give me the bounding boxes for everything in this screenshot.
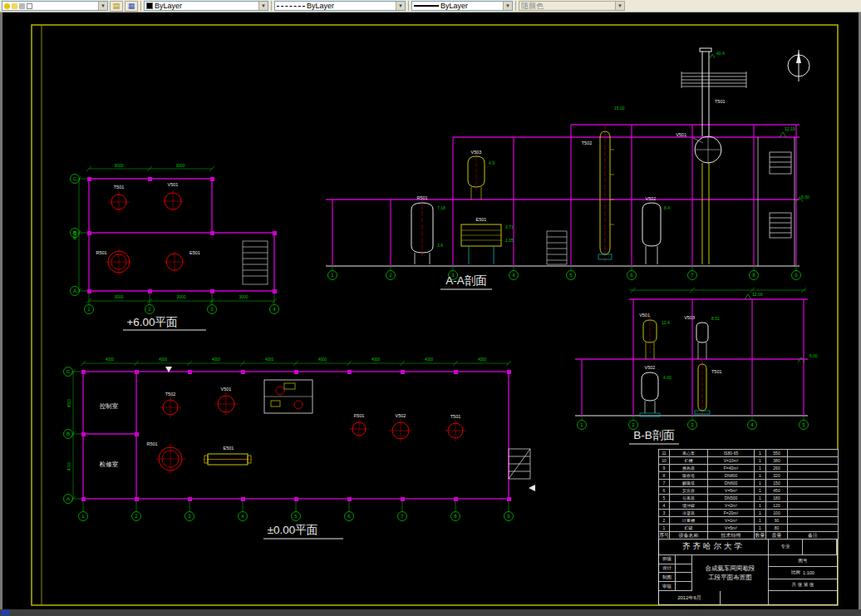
linetype-combo[interactable]: ByLayer ▼ xyxy=(274,1,406,11)
equip-qty: 1 xyxy=(755,457,766,465)
vessel-v502 xyxy=(642,203,661,264)
date-cell: 2012年6月 xyxy=(659,591,721,604)
color-combo[interactable]: ByLayer ▼ xyxy=(144,1,268,11)
equip-weight: 320 xyxy=(766,472,788,480)
field-row: 审核 xyxy=(659,582,691,591)
equipment-row: 8 吸收塔 DN800 1 320 xyxy=(659,472,839,480)
model-space-canvas[interactable]: 3000 3000 3000 3000 3000 4500 xyxy=(0,12,861,609)
equip-no: 1 xyxy=(659,525,670,532)
toolbar-separator xyxy=(515,1,516,11)
equip-spec: F=20m² xyxy=(708,510,755,517)
make-layer-current-button[interactable]: ▦ xyxy=(125,1,138,12)
equip-qty: 1 xyxy=(755,450,766,457)
elevation-label: 15.00 xyxy=(614,106,625,111)
sheet-no-cell: 图号 xyxy=(769,555,837,567)
equipment-tag: R501 xyxy=(96,250,106,255)
dimension-label: 4000 xyxy=(265,357,274,362)
chevron-down-icon: ▼ xyxy=(396,2,405,10)
elevation-label: 12.00 xyxy=(752,292,763,297)
equip-weight: 90 xyxy=(766,517,788,525)
field-label: 制图 xyxy=(659,573,676,581)
header-no: 序号 xyxy=(659,532,670,540)
grid-bubble-label: 2 xyxy=(135,514,138,519)
grid-bubble-label: 1 xyxy=(87,307,91,312)
grid-bubble-label: 9 xyxy=(507,514,510,519)
layer-color-icon xyxy=(27,3,32,9)
dimension-label: 3000 xyxy=(175,163,184,168)
equipment-tag: T502 xyxy=(582,140,593,145)
field-label: 班级 xyxy=(659,555,676,564)
equip-note xyxy=(788,510,839,517)
equip-spec: IS80-65 xyxy=(708,450,755,457)
section-a-view: 40.4 15.00 12.19 6.00 8.4 3.71 1.05 7.18… xyxy=(326,48,809,289)
stair-symbol xyxy=(243,241,268,284)
equip-no: 7 xyxy=(659,480,670,487)
grid-bubble-label: 6 xyxy=(347,514,351,519)
equipment-tag: V501 xyxy=(676,132,686,137)
equip-qty: 1 xyxy=(755,510,766,517)
equip-weight: 550 xyxy=(766,450,788,457)
equipment-tag: T501 xyxy=(114,185,125,190)
equip-name: 吸收塔 xyxy=(670,472,708,480)
equip-name: 解吸塔 xyxy=(670,480,708,487)
field-value xyxy=(676,573,691,581)
signature-fields: 班级 设计 制图 审核 xyxy=(659,555,692,591)
dimension-label: 3000 xyxy=(114,163,123,168)
field-row: 班级 xyxy=(659,555,691,564)
equip-spec: V=10m³ xyxy=(708,457,755,465)
layer-on-icon xyxy=(4,3,10,9)
plot-style-combo-value: 随颜色 xyxy=(521,2,613,10)
elevation-label: 8.51 xyxy=(711,316,720,321)
equip-qty: 1 xyxy=(755,487,766,495)
grid-bubble-label: 4 xyxy=(512,273,515,278)
equip-name: 贮槽 xyxy=(670,457,708,465)
chevron-down-icon: ▼ xyxy=(258,2,268,10)
equip-weight: 450 xyxy=(766,487,788,495)
chevron-down-icon: ▼ xyxy=(615,2,624,10)
equip-note xyxy=(788,502,839,510)
view-label: A-A剖面 xyxy=(445,274,487,287)
grid-bubble-label: 3 xyxy=(691,422,694,427)
equipment-tag: V503 xyxy=(471,150,482,155)
equip-name: 离心泵 xyxy=(670,450,708,457)
room-label: 控制室 xyxy=(100,402,119,410)
equip-weight: 120 xyxy=(766,502,788,510)
layer-combo[interactable]: ▼ xyxy=(2,1,108,11)
header-qty: 数量 xyxy=(755,532,766,540)
chevron-down-icon: ▼ xyxy=(503,2,512,10)
header-note: 备注 xyxy=(788,532,839,540)
plan-0-view: 4000 4000 4000 4000 4000 4000 4000 4000 … xyxy=(64,357,536,539)
lineweight-combo[interactable]: ByLayer ▼ xyxy=(411,1,513,11)
grid-bubble-label: 8 xyxy=(454,514,457,519)
equipment-row: 2 计量槽 V=1m³ 1 90 xyxy=(659,517,839,525)
column-t501 xyxy=(695,359,710,416)
dimension-label: 4500 xyxy=(67,398,71,407)
field-value xyxy=(676,555,691,564)
grid-bubble-label: 5 xyxy=(569,273,573,278)
equipment-row: 6 反应器 V=5m³ 1 450 xyxy=(659,487,839,495)
equip-name: 计量槽 xyxy=(670,517,708,525)
dimension-label: 4000 xyxy=(478,357,487,362)
equip-name: 冷凝器 xyxy=(670,510,708,517)
equipment-row: 7 解吸塔 DN600 1 150 xyxy=(659,480,839,487)
equip-qty: 1 xyxy=(755,495,766,502)
equip-note xyxy=(788,525,839,532)
equipment-row: 3 冷凝器 F=20m² 1 100 xyxy=(659,510,839,517)
dimension-lines xyxy=(629,288,806,293)
chimney xyxy=(681,48,746,136)
stair-symbol xyxy=(509,449,530,479)
grid-bubble-label: 3 xyxy=(210,307,214,312)
vessel-v503 xyxy=(696,323,708,359)
equipment-row: 11 离心泵 IS80-65 1 550 xyxy=(659,450,839,457)
elevation-label: 4.00 xyxy=(663,375,672,380)
dimension-label: 4000 xyxy=(371,357,381,362)
object-properties-toolbar: ▼ ▤ ▦ ByLayer ▼ ByLayer ▼ ByLayer ▼ 随颜色 xyxy=(0,0,861,12)
equip-note xyxy=(788,517,839,525)
dimension-label: 4000 xyxy=(106,357,115,362)
equip-note xyxy=(788,472,839,480)
equip-spec: V=1m³ xyxy=(708,517,755,525)
layer-properties-button[interactable]: ▤ xyxy=(110,1,123,12)
grid-bubble-label: C xyxy=(73,176,77,181)
grid-bubble-label: 1 xyxy=(580,422,583,427)
elevation-label: 10.4 xyxy=(662,320,670,325)
